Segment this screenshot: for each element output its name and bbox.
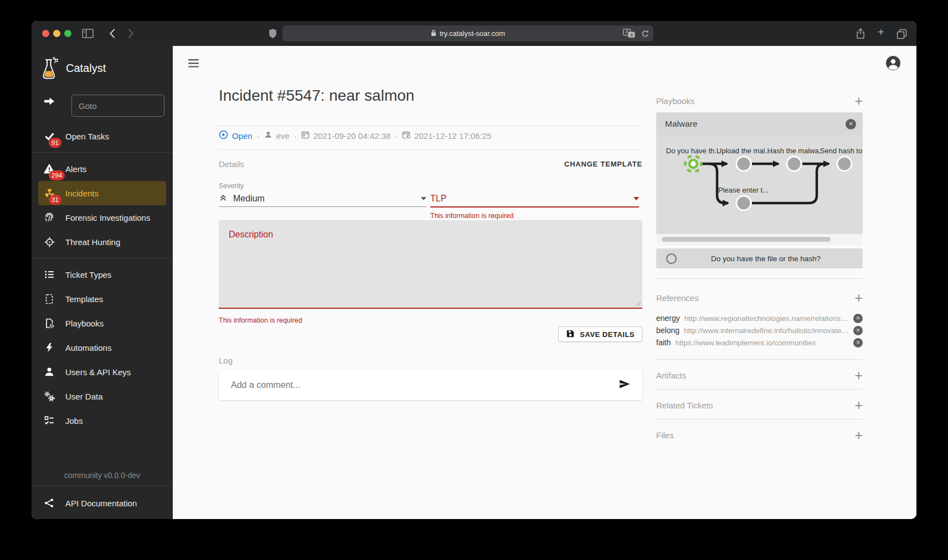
- separator: ·: [257, 131, 260, 141]
- catalyst-flask-logo-icon: [42, 56, 60, 84]
- tlp-required-message: This information is required: [430, 212, 514, 220]
- task-radio[interactable]: [666, 253, 677, 264]
- flow-graph: [656, 136, 863, 234]
- address-bar[interactable]: try.catalyst-soar.com Aa: [282, 25, 653, 42]
- goto-input[interactable]: [71, 95, 164, 117]
- remove-reference-button[interactable]: ×: [853, 338, 863, 348]
- reference-key: belong: [656, 326, 679, 335]
- divider: [656, 359, 863, 360]
- sidebar-item-threat-hunting[interactable]: Threat Hunting: [32, 230, 173, 254]
- radiation-icon: 31: [43, 186, 56, 200]
- main-content: Incident #5547: near salmon Open ·: [173, 46, 916, 519]
- forward-button-icon[interactable]: [128, 29, 134, 40]
- severity-field-label: Severity: [219, 182, 244, 190]
- tlp-underline: [430, 206, 639, 208]
- brand-name: Catalyst: [66, 62, 106, 75]
- sidebar-item-templates[interactable]: Templates: [32, 287, 173, 311]
- add-related-ticket-button[interactable]: +: [854, 399, 863, 411]
- reference-url[interactable]: https://www.leadimplement.io/communities: [675, 339, 849, 347]
- remove-reference-button[interactable]: ×: [853, 326, 863, 335]
- sidebar-item-jobs[interactable]: Jobs: [32, 408, 173, 433]
- sidebar-item-open-tasks[interactable]: 91 Open Tasks: [32, 124, 173, 148]
- playbook-title: Malware: [665, 119, 698, 129]
- minimize-window-button[interactable]: [53, 30, 60, 37]
- divider: [656, 389, 863, 390]
- remove-reference-button[interactable]: ×: [853, 314, 863, 323]
- divider: [656, 278, 863, 279]
- alerts-badge: 294: [49, 170, 65, 180]
- separator: ·: [395, 131, 398, 141]
- calendar-icon: [301, 131, 310, 141]
- crosshair-icon: [43, 235, 56, 248]
- resize-handle[interactable]: [635, 300, 641, 306]
- checklist-icon: [43, 414, 56, 427]
- url-text: try.catalyst-soar.com: [440, 29, 505, 38]
- incident-meta-row: Open · eve · 2021-09-20 04:42:: [219, 130, 491, 141]
- gears-icon: [43, 390, 56, 403]
- playbook-task-row[interactable]: Do you have the file or the hash?: [656, 248, 863, 268]
- created-at: 2021-09-20 04:42:38: [301, 131, 390, 141]
- list-icon: [43, 268, 56, 281]
- divider: [656, 419, 863, 419]
- tlp-select[interactable]: TLP: [430, 191, 639, 206]
- severity-select[interactable]: Medium: [219, 191, 426, 206]
- description-textarea[interactable]: Description: [219, 220, 642, 309]
- modified-timestamp: 2021-12-12 17:06:25: [414, 131, 491, 141]
- change-template-button[interactable]: CHANGE TEMPLATE: [564, 160, 642, 168]
- back-button-icon[interactable]: [109, 29, 115, 40]
- reload-icon[interactable]: [641, 29, 649, 40]
- dashed-file-icon: [43, 292, 56, 305]
- sidebar-toggle-icon[interactable]: [82, 29, 94, 40]
- new-tab-icon[interactable]: +: [878, 26, 884, 39]
- user-avatar[interactable]: [886, 56, 900, 70]
- sidebar-item-alerts[interactable]: 294 Alerts: [32, 157, 173, 181]
- status-label: Open: [232, 131, 253, 141]
- task-question: Do you have the file or the hash?: [677, 255, 855, 263]
- add-reference-button[interactable]: +: [854, 292, 863, 304]
- lock-icon: [431, 29, 436, 38]
- sidebar-item-automations[interactable]: Automations: [32, 335, 173, 360]
- person-icon: [43, 365, 56, 378]
- add-file-button[interactable]: +: [854, 429, 863, 441]
- sidebar: Catalyst 91 Open Tasks 294: [32, 46, 173, 519]
- open-tasks-badge: 91: [49, 138, 61, 148]
- fingerprint-icon: [43, 211, 56, 224]
- send-icon[interactable]: [618, 377, 631, 393]
- share-icon[interactable]: [856, 28, 865, 42]
- comment-card: [219, 370, 642, 400]
- privacy-shield-icon[interactable]: [269, 28, 277, 41]
- browser-chrome: try.catalyst-soar.com Aa +: [32, 21, 916, 46]
- playbook-scrollbar[interactable]: [662, 237, 831, 242]
- playbook-flowchart[interactable]: Do you have th... Upload the mal... Hash…: [656, 136, 863, 234]
- files-section-label: Files: [656, 431, 674, 440]
- close-playbook-button[interactable]: ×: [846, 119, 856, 129]
- reference-row: faith https://www.leadimplement.io/commu…: [656, 337, 863, 348]
- translate-icon[interactable]: Aa: [623, 29, 635, 40]
- sidebar-item-user-data[interactable]: User Data: [32, 384, 173, 408]
- add-artifact-button[interactable]: +: [854, 369, 863, 381]
- sidebar-item-api-documentation[interactable]: API Documentation: [32, 491, 173, 515]
- reference-url[interactable]: http://www.regionaltechnologies.name/rel…: [684, 314, 849, 323]
- playbooks-section-label: Playbooks: [656, 96, 694, 106]
- comment-input[interactable]: [230, 380, 618, 391]
- sidebar-item-incidents[interactable]: 31 Incidents: [38, 181, 166, 205]
- zoom-window-button[interactable]: [64, 30, 71, 37]
- playbook-card-header: Malware ×: [656, 112, 863, 136]
- sidebar-item-ticket-types[interactable]: Ticket Types: [32, 262, 173, 287]
- sidebar-item-users-api-keys[interactable]: Users & API Keys: [32, 360, 173, 384]
- separator: ·: [294, 131, 297, 141]
- sidebar-item-playbooks[interactable]: Playbooks: [32, 311, 173, 335]
- tab-overview-icon[interactable]: [897, 29, 907, 42]
- status-open[interactable]: Open: [219, 130, 253, 141]
- references-header: References +: [656, 289, 863, 306]
- add-playbook-button[interactable]: +: [854, 95, 863, 107]
- chevron-down-icon: [421, 197, 426, 203]
- menu-hamburger-icon[interactable]: [188, 59, 199, 70]
- close-window-button[interactable]: [42, 30, 49, 37]
- reference-row: energy http://www.regionaltechnologies.n…: [656, 313, 863, 324]
- reference-url[interactable]: http://www.internalredefine.info/holisti…: [684, 326, 849, 335]
- save-details-button[interactable]: SAVE DETAILS: [558, 326, 642, 342]
- app-root: Catalyst 91 Open Tasks 294: [32, 46, 916, 519]
- sidebar-item-forensic-investigations[interactable]: Forensic Investigations: [32, 205, 173, 230]
- check-icon: 91: [43, 129, 56, 143]
